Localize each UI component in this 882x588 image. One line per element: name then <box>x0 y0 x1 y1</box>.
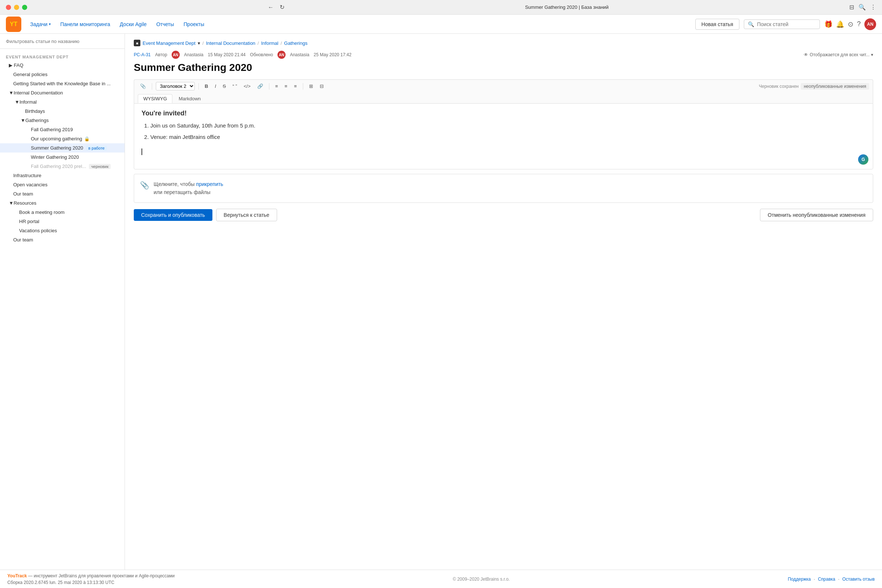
updater-name: Anastasia <box>290 52 309 57</box>
sidebar-item-fall-2019[interactable]: Fall Gathering 2019 <box>0 125 124 134</box>
sidebar-item-book-room[interactable]: Book a meeting room <box>0 208 124 217</box>
footer-help-link[interactable]: Справка <box>818 577 836 582</box>
tasks-nav-link[interactable]: Задачи ▾ <box>26 19 55 29</box>
fullscreen-window-btn[interactable] <box>22 5 27 10</box>
grammarly-icon: G <box>858 154 868 165</box>
sidebar-item-vacations[interactable]: Vacations policies <box>0 226 124 235</box>
window-controls <box>6 5 27 10</box>
editor-tabs: WYSIWYG Markdown <box>134 93 873 103</box>
image-btn[interactable]: ⊟ <box>318 82 326 90</box>
informal-label: Informal <box>20 99 37 105</box>
attach-toolbar-btn[interactable]: 📎 <box>138 82 148 90</box>
draft-status: Черновик сохранен <box>759 84 799 89</box>
back-to-article-button[interactable]: Вернуться к статье <box>216 209 277 221</box>
help-icon[interactable]: ? <box>857 20 861 28</box>
code-btn[interactable]: </> <box>242 82 253 90</box>
new-article-button[interactable]: Новая статья <box>695 19 740 30</box>
footer-links: Поддержка · Справка · Оставить отзыв <box>788 577 874 582</box>
sidebar-item-our-team[interactable]: Our team <box>0 189 124 198</box>
gift-icon[interactable]: 🎁 <box>824 20 832 28</box>
search-input[interactable] <box>757 21 816 27</box>
author-name: Anastasia <box>184 52 204 57</box>
fall-2019-label: Fall Gathering 2019 <box>6 127 73 132</box>
user-avatar[interactable]: AN <box>864 18 876 30</box>
sidebar-item-birthdays[interactable]: Birthdays <box>0 106 124 116</box>
general-label: General policies <box>6 72 47 77</box>
footer-feedback-link[interactable]: Оставить отзыв <box>842 577 874 582</box>
breadcrumb-informal-link[interactable]: Informal <box>261 40 278 46</box>
sidebar-item-general[interactable]: General policies <box>0 70 124 79</box>
main-layout: EVENT MANAGEMENT DEPT ▶ FAQ General poli… <box>0 34 882 570</box>
tab-wysiwyg[interactable]: WYSIWYG <box>138 94 172 103</box>
back-button[interactable]: ← <box>268 4 274 10</box>
vacations-label: Vacations policies <box>6 228 57 233</box>
agile-nav-link[interactable]: Доски Agile <box>116 19 151 29</box>
sidebar-item-faq[interactable]: ▶ FAQ <box>0 61 124 70</box>
bell-icon[interactable]: 🔔 <box>836 20 844 28</box>
attach-link[interactable]: прикрепить <box>196 181 223 187</box>
sidebar-item-getting-started[interactable]: Getting Started with the Knowledge Base … <box>0 79 124 88</box>
numbered-list-btn[interactable]: ≡ <box>282 82 290 90</box>
dept-icon: ■ <box>134 40 140 46</box>
app-logo[interactable]: YT <box>6 16 21 32</box>
vacancies-label: Open vacancies <box>6 182 47 188</box>
action-bar: Сохранить и опубликовать Вернуться к ста… <box>134 209 873 221</box>
youtrack-brand-link[interactable]: YouTrack <box>8 573 27 579</box>
sidebar-item-infrastructure[interactable]: Infrastructure <box>0 171 124 180</box>
editor-toolbar: 📎 Заголовок 2 B I S “ ” </> 🔗 ≡ ≡ ≡ ⊞ ⊟ … <box>134 80 873 93</box>
apps-icon[interactable]: ⊙ <box>848 20 854 28</box>
editor-body[interactable]: You're invited! Join us on Saturday, 10t… <box>134 103 873 170</box>
sidebar-item-informal[interactable]: ▼ Informal <box>0 98 124 106</box>
cancel-unpublished-button[interactable]: Отменить неопубликованные изменения <box>760 209 873 221</box>
author-label: Автор <box>155 52 167 57</box>
sidebar-item-vacancies[interactable]: Open vacancies <box>0 180 124 189</box>
tab-markdown[interactable]: Markdown <box>173 94 206 103</box>
attachments-section[interactable]: 📎 Щелкните, чтобы прикрепить или перетащ… <box>134 174 873 203</box>
winter-2020-label: Winter Gathering 2020 <box>6 154 79 160</box>
breadcrumb-dept-link[interactable]: Event Management Dept <box>142 40 195 46</box>
lock-icon: 🔒 <box>84 136 90 141</box>
gatherings-label: Gatherings <box>26 118 49 123</box>
sidebar-item-internal-docs[interactable]: ▼ Internal Documentation <box>0 88 124 98</box>
italic-btn[interactable]: I <box>212 82 218 90</box>
titlebar-icons: ⊟ 🔍 ⋮ <box>849 4 876 10</box>
sidebar-item-resources[interactable]: ▼ Resources <box>0 198 124 208</box>
breadcrumb-gatherings-link[interactable]: Gatherings <box>284 40 308 46</box>
projects-nav-link[interactable]: Проекты <box>179 19 209 29</box>
breadcrumb-sep-1: / <box>202 40 204 46</box>
our-team-2-label: Our team <box>6 237 33 243</box>
updated-date: 25 May 2020 17:42 <box>314 52 352 57</box>
attach-text-after: или перетащить файлы <box>154 189 211 195</box>
fall-2020-label: Fall Gathering 2020 prel... <box>6 164 86 169</box>
sidebar-item-hr-portal[interactable]: HR portal <box>0 217 124 226</box>
fall-2020-badge: черновик <box>89 164 111 169</box>
save-publish-button[interactable]: Сохранить и опубликовать <box>134 209 212 221</box>
reports-nav-link[interactable]: Отчеты <box>152 19 178 29</box>
close-window-btn[interactable] <box>6 5 11 10</box>
heading-select[interactable]: Заголовок 2 <box>156 82 195 90</box>
sidebar-item-upcoming[interactable]: Our upcoming gathering 🔒 <box>0 134 124 143</box>
sidebar-item-summer-2020[interactable]: Summer Gathering 2020 в работе <box>0 143 124 153</box>
bold-btn[interactable]: B <box>202 82 210 90</box>
table-btn[interactable]: ⊞ <box>307 82 315 90</box>
visibility-indicator[interactable]: 👁 Отображается для всех чит... ▾ <box>804 52 873 57</box>
sidebar-item-our-team-2[interactable]: Our team <box>0 235 124 244</box>
sidebar-item-winter-2020[interactable]: Winter Gathering 2020 <box>0 153 124 162</box>
sidebar-item-fall-2020[interactable]: Fall Gathering 2020 prel... черновик <box>0 162 124 171</box>
blockquote-btn[interactable]: “ ” <box>230 82 239 90</box>
footer-support-link[interactable]: Поддержка <box>788 577 811 582</box>
bullet-list-btn[interactable]: ≡ <box>273 82 280 90</box>
breadcrumb-internal-link[interactable]: Internal Documentation <box>206 40 255 46</box>
hr-portal-label: HR portal <box>6 219 39 224</box>
outdent-btn[interactable]: ≡ <box>292 82 299 90</box>
strikethrough-btn[interactable]: S <box>220 82 228 90</box>
dashboards-nav-link[interactable]: Панели мониторинга <box>56 19 115 29</box>
filter-input[interactable] <box>6 39 119 44</box>
sidebar-item-gatherings[interactable]: ▼ Gatherings <box>0 116 124 125</box>
article-id[interactable]: PC-A-31 <box>134 52 151 57</box>
visibility-text: Отображается для всех чит... <box>810 52 870 57</box>
link-btn[interactable]: 🔗 <box>255 82 266 90</box>
navbar: YT Задачи ▾ Панели мониторинга Доски Agi… <box>0 15 882 34</box>
minimize-window-btn[interactable] <box>14 5 19 10</box>
refresh-button[interactable]: ↻ <box>280 4 285 10</box>
